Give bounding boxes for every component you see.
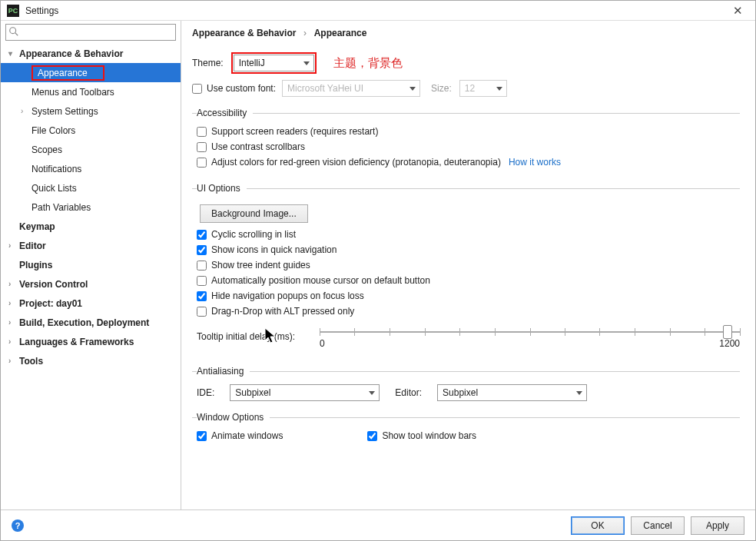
background-image-button[interactable]: Background Image... [200,204,308,223]
settings-tree: ▾Appearance & BehaviorAppearanceMenus an… [1,44,181,509]
ui-options-group: UI Options Background Image... Cyclic sc… [192,183,740,355]
tree-item-label: Quick Lists [32,183,77,194]
tree-item-label: Editor [19,241,46,251]
tree-item-label: Languages & Frameworks [19,337,134,347]
tree-item-label: Notifications [32,164,81,174]
cancel-button[interactable]: Cancel [631,516,685,535]
chevron-right-icon: › [8,241,18,250]
tree-item-editor[interactable]: ›Editor [1,236,181,255]
tree-item-languages-frameworks[interactable]: ›Languages & Frameworks [1,332,181,351]
font-size-select[interactable]: 12 [459,80,507,97]
tooltip-delay-slider[interactable]: 01200 [320,324,740,349]
tree-item-label: Project: day01 [19,298,82,309]
theme-label: Theme: [192,58,224,68]
screen-readers-label: Support screen readers (requires restart… [211,126,378,137]
theme-select[interactable]: IntelliJ [234,55,314,71]
search-icon [8,26,19,37]
font-family-select[interactable]: Microsoft YaHei UI [282,80,420,97]
tree-item-build-execution-deployment[interactable]: ›Build, Execution, Deployment [1,313,181,332]
theme-annotation: 主题，背景色 [333,56,403,71]
svg-line-1 [15,33,18,36]
accessibility-legend: Accessibility [197,108,253,118]
theme-row: Theme: IntelliJ 主题，背景色 [192,52,740,74]
how-it-works-link[interactable]: How it works [509,157,561,168]
aa-ide-select[interactable]: Subpixel [230,384,380,401]
slider-thumb[interactable] [723,325,732,339]
animate-windows-label: Animate windows [211,430,283,441]
auto-cursor-checkbox[interactable] [197,276,207,286]
tooltip-max: 1200 [719,338,740,349]
tree-item-appearance-behavior[interactable]: ▾Appearance & Behavior [1,44,181,63]
tree-item-quick-lists[interactable]: Quick Lists [1,178,181,197]
show-toolbars-label: Show tool window bars [382,430,476,441]
use-custom-font-checkbox[interactable] [192,84,202,94]
hide-popups-checkbox[interactable] [197,291,207,301]
accessibility-group: Accessibility Support screen readers (re… [192,108,740,172]
chevron-right-icon: › [8,299,18,307]
tree-item-label: Menus and Toolbars [32,87,114,98]
hide-popups-label: Hide navigation popups on focus loss [211,290,364,301]
tree-item-version-control[interactable]: ›Version Control [1,274,181,294]
tree-item-label: File Colors [32,125,75,136]
tree-item-appearance[interactable]: Appearance [1,63,181,82]
footer: ? OK Cancel Apply [1,509,755,540]
tree-item-label: System Settings [32,106,98,117]
color-deficiency-checkbox[interactable] [197,158,207,168]
tree-item-keymap[interactable]: Keymap [1,217,181,236]
app-icon: PC [7,5,19,17]
chevron-right-icon: › [8,337,18,346]
chevron-right-icon: › [8,280,18,288]
tree-item-tools[interactable]: ›Tools [1,351,181,370]
cyclic-scroll-label: Cyclic scrolling in list [211,229,296,240]
aa-ide-label: IDE: [197,387,214,398]
icons-nav-label: Show icons in quick navigation [211,244,337,255]
tree-item-project-day01[interactable]: ›Project: day01 [1,294,181,313]
ui-options-legend: UI Options [197,183,247,194]
screen-readers-checkbox[interactable] [197,127,207,137]
tree-item-scopes[interactable]: Scopes [1,140,181,159]
animate-windows-checkbox[interactable] [197,431,207,441]
color-deficiency-label: Adjust colors for red-green vision defic… [211,157,501,168]
antialiasing-legend: Antialiasing [197,366,250,377]
tree-item-path-variables[interactable]: Path Variables [1,197,181,217]
tree-item-label: Build, Execution, Deployment [19,317,149,328]
tree-guides-checkbox[interactable] [197,261,207,270]
window-options-group: Window Options Animate windows Show tool… [192,412,740,446]
close-icon[interactable]: ✕ [727,4,749,18]
dnd-alt-checkbox[interactable] [197,307,207,317]
tree-item-menus-and-toolbars[interactable]: Menus and Toolbars [1,82,181,101]
tree-item-label: Path Variables [32,202,91,213]
font-row: Use custom font: Microsoft YaHei UI Size… [192,80,740,97]
tree-item-label: Tools [19,356,43,367]
search-wrap [1,21,181,44]
svg-point-0 [10,28,16,34]
font-size-label: Size: [431,83,452,94]
use-custom-font-label: Use custom font: [207,83,276,94]
chevron-right-icon: › [8,318,18,327]
breadcrumb-parent: Appearance & Behavior [192,28,296,38]
tree-item-system-settings[interactable]: ›System Settings [1,101,181,121]
cyclic-scroll-checkbox[interactable] [197,230,207,240]
tree-item-notifications[interactable]: Notifications [1,159,181,178]
ok-button[interactable]: OK [571,516,625,535]
tree-guides-label: Show tree indent guides [211,260,310,270]
tree-item-label: Appearance [32,65,104,81]
search-input[interactable] [5,24,176,41]
tree-item-label: Version Control [19,279,88,290]
aa-editor-select[interactable]: Subpixel [437,384,587,401]
apply-button[interactable]: Apply [691,516,744,535]
main-panel: Appearance & Behavior › Appearance Theme… [181,21,755,509]
tree-item-label: Appearance & Behavior [19,48,123,59]
contrast-scrollbars-checkbox[interactable] [197,142,207,152]
contrast-scrollbars-label: Use contrast scrollbars [211,141,305,152]
tooltip-delay-label: Tooltip initial delay (ms): [197,331,295,342]
show-toolbars-checkbox[interactable] [367,431,377,441]
window-title: Settings [25,5,58,16]
tree-item-plugins[interactable]: Plugins [1,255,181,274]
chevron-right-icon: › [8,357,18,365]
tree-item-label: Scopes [32,144,62,155]
icons-nav-checkbox[interactable] [197,245,207,255]
tree-item-file-colors[interactable]: File Colors [1,121,181,140]
tree-item-label: Plugins [19,260,52,270]
help-icon[interactable]: ? [12,519,24,532]
